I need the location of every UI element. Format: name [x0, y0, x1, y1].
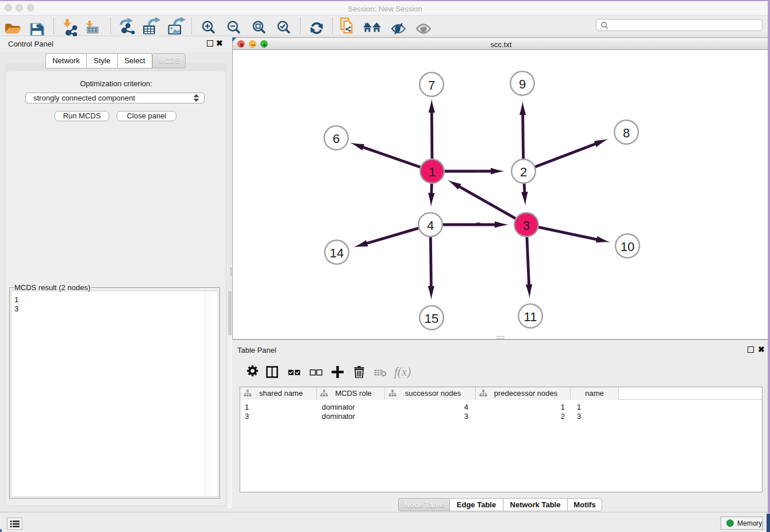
svg-text:3: 3 — [523, 218, 530, 233]
svg-text:1: 1 — [429, 165, 436, 179]
svg-text:2: 2 — [520, 165, 527, 179]
svg-text:4: 4 — [427, 218, 434, 233]
svg-text:11: 11 — [524, 310, 537, 324]
svg-text:7: 7 — [428, 78, 435, 92]
svg-text:10: 10 — [621, 240, 634, 254]
svg-text:14: 14 — [330, 246, 344, 260]
svg-text:15: 15 — [425, 311, 438, 326]
svg-text:8: 8 — [623, 126, 630, 140]
svg-text:6: 6 — [333, 132, 340, 146]
svg-text:9: 9 — [519, 77, 526, 91]
